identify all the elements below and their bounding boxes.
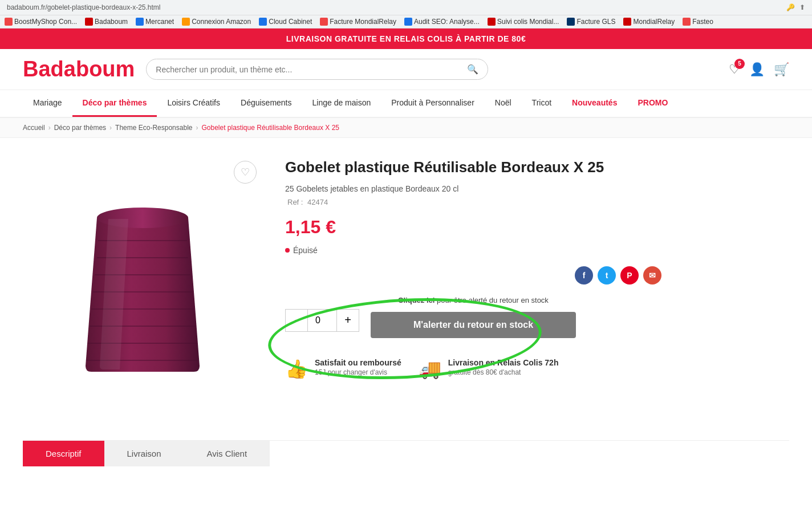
account-button[interactable]: 👤 (749, 62, 765, 77)
feature-icon: 🚚 (419, 358, 441, 380)
feature-icon: 👍 (285, 358, 308, 380)
product-wishlist-button[interactable]: ♡ (234, 161, 257, 184)
bookmark-item[interactable]: Fasteo (683, 18, 713, 26)
pinterest-share-button[interactable]: P (620, 266, 639, 285)
search-icon: 🔍 (467, 64, 478, 74)
top-banner: LIVRAISON GRATUITE EN RELAIS COLIS À PAR… (0, 29, 812, 49)
search-bar: 🔍 (146, 59, 488, 80)
nav-item-tricot[interactable]: Tricot (522, 90, 562, 117)
product-ref: Ref : 42474 (285, 198, 661, 206)
browser-bar: badaboum.fr/gobelet-plastique-bordeaux-x… (0, 0, 812, 15)
facebook-share-button[interactable]: f (575, 266, 593, 285)
nav-item-produit-à-personnaliser[interactable]: Produit à Personnaliser (381, 90, 485, 117)
twitter-share-button[interactable]: t (598, 266, 616, 285)
quantity-row: - + (285, 309, 359, 332)
nav-item-mariage[interactable]: Mariage (23, 90, 72, 117)
bookmark-label: Facture MondialRelay (330, 18, 396, 26)
bookmark-item[interactable]: Facture GLS (567, 18, 615, 26)
alert-hint-text: Cliquez ici pour être alerté du retour e… (285, 296, 661, 304)
bookmark-favicon (488, 18, 496, 26)
bookmark-label: BoostMyShop Con... (14, 18, 77, 26)
breadcrumb-item[interactable]: Déco par thèmes (54, 124, 106, 132)
search-button[interactable]: 🔍 (467, 64, 478, 75)
quantity-and-alert-row: - + M'alerter du retour en stock (285, 309, 661, 341)
bookmark-item[interactable]: MondialRelay (623, 18, 675, 26)
social-share: ftP✉ (285, 266, 661, 285)
product-description: 25 Gobelets jetables en plastique Bordea… (285, 184, 661, 193)
breadcrumb-separator: › (196, 124, 198, 132)
logo[interactable]: Badaboum (23, 57, 135, 82)
breadcrumb-separator: › (48, 124, 51, 132)
alert-rest-text: pour être alerté du retour en stock (437, 296, 549, 304)
breadcrumb-item: Gobelet plastique Réutilisable Bordeaux … (201, 124, 339, 132)
bookmark-item[interactable]: Connexion Amazon (182, 18, 251, 26)
nav-bar: MariageDéco par thèmesLoisirs CréatifsDé… (0, 90, 812, 118)
email-share-button[interactable]: ✉ (643, 266, 661, 285)
bookmark-item[interactable]: Badaboum (85, 18, 128, 26)
quantity-input[interactable] (308, 309, 336, 332)
bookmark-item[interactable]: Audit SEO: Analyse... (404, 18, 480, 26)
user-icon: 👤 (749, 62, 765, 76)
features-row: 👍 Satisfait ou remboursé 15J pour change… (285, 358, 661, 380)
nav-item-déguisements[interactable]: Déguisements (230, 90, 302, 117)
quantity-increase-button[interactable]: + (336, 309, 359, 332)
feature-subtitle: gratuite dès 80€ d'achat (448, 368, 559, 376)
feature-title: Satisfait ou remboursé (315, 358, 401, 367)
bookmark-label: Cloud Cabinet (269, 18, 312, 26)
feature-text: Satisfait ou remboursé 15J pour changer … (315, 358, 401, 376)
feature-item: 👍 Satisfait ou remboursé 15J pour change… (285, 358, 401, 380)
bookmarks-bar: BoostMyShop Con...BadaboumMercanetConnex… (0, 15, 812, 29)
browser-icons: 🔑 ⬆ (786, 3, 805, 11)
bookmark-favicon (85, 18, 93, 26)
bookmark-item[interactable]: BoostMyShop Con... (5, 18, 77, 26)
stock-dot (285, 248, 290, 253)
breadcrumb-item[interactable]: Accueil (23, 124, 45, 132)
tab-livraison[interactable]: Livraison (104, 441, 184, 466)
heart-outline-icon: ♡ (241, 166, 250, 178)
bookmark-item[interactable]: Suivi colis Mondial... (488, 18, 559, 26)
nav-item-loisirs-créatifs[interactable]: Loisirs Créatifs (157, 90, 230, 117)
key-icon: 🔑 (786, 3, 795, 11)
product-price: 1,15 € (285, 217, 661, 238)
share-icon: ⬆ (799, 3, 805, 11)
alert-click-text: Cliquez ici (398, 296, 435, 304)
bookmark-label: Connexion Amazon (192, 18, 251, 26)
bookmark-label: Fasteo (692, 18, 713, 26)
stock-label: Épuisé (293, 246, 318, 255)
cart-icon: 🛒 (774, 62, 789, 76)
header-icons: ♡ 5 👤 🛒 (729, 62, 789, 77)
action-area: - + M'alerter du retour en stock (285, 309, 661, 341)
bookmark-label: Audit SEO: Analyse... (414, 18, 480, 26)
bookmark-favicon (404, 18, 412, 26)
nav-item-linge-de-maison[interactable]: Linge de maison (302, 90, 381, 117)
nav-item-noël[interactable]: Noël (485, 90, 522, 117)
bookmark-favicon (567, 18, 575, 26)
bookmark-favicon (683, 18, 691, 26)
nav-item-promo[interactable]: PROMO (627, 90, 678, 117)
wishlist-button[interactable]: ♡ 5 (729, 62, 740, 77)
cart-button[interactable]: 🛒 (774, 62, 789, 77)
stock-status: Épuisé (285, 246, 661, 255)
quantity-decrease-button[interactable]: - (285, 309, 308, 332)
tab-descriptif[interactable]: Descriptif (23, 441, 104, 466)
tab-avis-client[interactable]: Avis Client (184, 441, 270, 466)
bookmark-favicon (320, 18, 328, 26)
header: Badaboum 🔍 ♡ 5 👤 🛒 (0, 49, 812, 90)
product-tabs: DescriptifLivraisonAvis Client (23, 440, 789, 466)
bookmark-label: Facture GLS (576, 18, 615, 26)
stock-alert-button[interactable]: M'alerter du retour en stock (371, 312, 576, 338)
nav-item-déco-par-thèmes[interactable]: Déco par thèmes (72, 90, 157, 117)
product-details: Gobelet plastique Réutilisable Bordeaux … (285, 155, 661, 406)
feature-subtitle: 15J pour changer d'avis (315, 368, 401, 376)
breadcrumb-item[interactable]: Theme Eco-Responsable (115, 124, 192, 132)
browser-url: badaboum.fr/gobelet-plastique-bordeaux-x… (7, 3, 786, 11)
breadcrumb-separator: › (109, 124, 112, 132)
search-input[interactable] (156, 65, 467, 74)
bookmark-favicon (259, 18, 267, 26)
bookmark-label: Badaboum (95, 18, 128, 26)
bookmark-item[interactable]: Facture MondialRelay (320, 18, 396, 26)
nav-item-nouveautés[interactable]: Nouveautés (562, 90, 627, 117)
bookmark-label: Mercanet (145, 18, 174, 26)
bookmark-item[interactable]: Cloud Cabinet (259, 18, 312, 26)
bookmark-item[interactable]: Mercanet (136, 18, 174, 26)
